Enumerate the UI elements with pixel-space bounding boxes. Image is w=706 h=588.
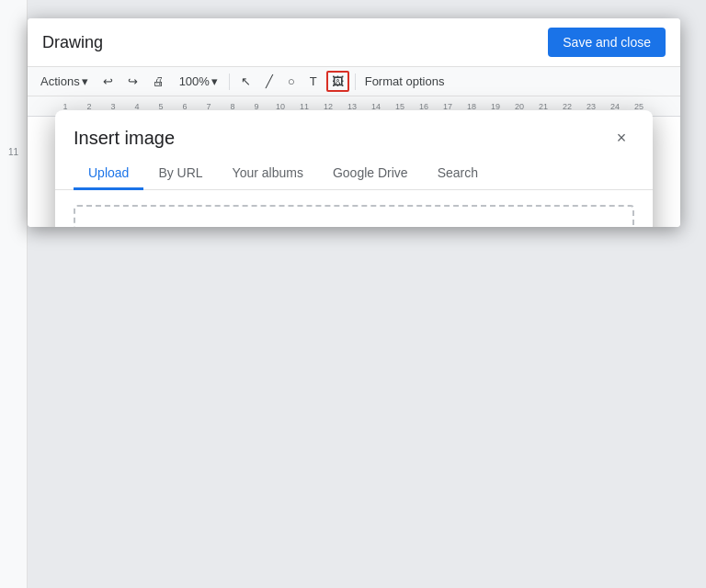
image-icon: 🖼	[332, 74, 344, 88]
ruler-mark: 23	[579, 102, 603, 111]
zoom-button[interactable]: 100% ▾	[174, 71, 223, 92]
zoom-chevron-icon: ▾	[211, 74, 218, 88]
ruler-mark: 24	[603, 102, 627, 111]
dialog-title: Insert image	[74, 128, 175, 149]
shape-tool-button[interactable]: ○	[282, 71, 301, 92]
ruler-mark: 25	[627, 102, 651, 111]
dialog-tabs: Upload By URL Your albums Google Drive S…	[55, 151, 653, 190]
undo-icon: ↩	[103, 74, 113, 88]
ruler-mark: 14	[364, 102, 388, 111]
upload-drop-area[interactable]: Drag an image here Or if you prefer Choo…	[74, 205, 634, 227]
format-options-label: Format options	[365, 74, 445, 88]
drawing-title: Drawing	[42, 33, 103, 52]
ruler-mark: 15	[388, 102, 412, 111]
ruler-mark: 6	[173, 102, 197, 111]
dialog-close-button[interactable]: ×	[609, 125, 634, 151]
text-tool-button[interactable]: T	[304, 71, 323, 92]
insert-image-dialog: Insert image × Upload By URL Your albums…	[55, 110, 653, 227]
ruler-mark: 13	[340, 102, 364, 111]
undo-button[interactable]: ↩	[97, 71, 119, 92]
toolbar-separator-2	[355, 74, 356, 90]
shape-icon: ○	[288, 74, 295, 88]
toolbar-separator-1	[229, 74, 230, 90]
tab-by-url[interactable]: By URL	[143, 158, 217, 190]
ruler-mark: 4	[125, 102, 149, 111]
ruler-mark: 5	[149, 102, 173, 111]
ruler-mark: 7	[197, 102, 221, 111]
text-icon: T	[310, 74, 317, 88]
tab-upload[interactable]: Upload	[74, 158, 143, 190]
dialog-header: Insert image ×	[55, 110, 653, 151]
ruler-mark: 11	[292, 102, 316, 111]
ruler-mark: 22	[555, 102, 579, 111]
redo-icon: ↪	[128, 74, 138, 88]
ruler-mark: 19	[484, 102, 507, 111]
ruler-marks: 1 2 3 4 5 6 7 8 9 10 11 12 13 14 15 16 1…	[53, 102, 651, 111]
print-icon: 🖨	[153, 74, 165, 88]
ruler-mark: 16	[412, 102, 436, 111]
ruler-mark: 12	[316, 102, 340, 111]
select-icon: ↖	[241, 74, 251, 88]
ruler-mark: 2	[77, 102, 101, 111]
dialog-content: Drag an image here Or if you prefer Choo…	[55, 190, 653, 227]
ruler-mark: 1	[53, 102, 77, 111]
actions-chevron-icon: ▾	[82, 74, 88, 88]
ruler-mark: 3	[101, 102, 125, 111]
drawing-window: Drawing Save and close Actions ▾ ↩ ↪ 🖨 1…	[28, 18, 680, 227]
save-close-button[interactable]: Save and close	[548, 28, 666, 57]
actions-menu-button[interactable]: Actions ▾	[35, 71, 94, 92]
ruler-mark: 10	[268, 102, 292, 111]
ruler-mark: 8	[221, 102, 245, 111]
ruler-mark: 17	[436, 102, 460, 111]
drawing-titlebar: Drawing Save and close	[28, 18, 680, 67]
document-sidebar: 11	[0, 0, 28, 588]
actions-label: Actions	[40, 74, 80, 88]
line-tool-button[interactable]: ╱	[260, 71, 279, 92]
tab-google-drive[interactable]: Google Drive	[318, 158, 423, 190]
ruler-mark: 9	[245, 102, 268, 111]
print-button[interactable]: 🖨	[147, 71, 170, 92]
ruler-mark: 18	[460, 102, 484, 111]
tab-your-albums[interactable]: Your albums	[218, 158, 318, 190]
image-tool-button[interactable]: 🖼	[326, 71, 349, 92]
line-number: 11	[8, 147, 18, 157]
ruler-mark: 21	[531, 102, 555, 111]
zoom-label: 100%	[179, 74, 210, 88]
ruler-mark: 20	[507, 102, 531, 111]
line-icon: ╱	[266, 74, 273, 88]
select-tool-button[interactable]: ↖	[235, 71, 256, 92]
drawing-toolbar: Actions ▾ ↩ ↪ 🖨 100% ▾ ↖ ╱ ○ T 🖼	[28, 67, 680, 96]
redo-button[interactable]: ↪	[122, 71, 143, 92]
tab-search[interactable]: Search	[423, 158, 493, 190]
